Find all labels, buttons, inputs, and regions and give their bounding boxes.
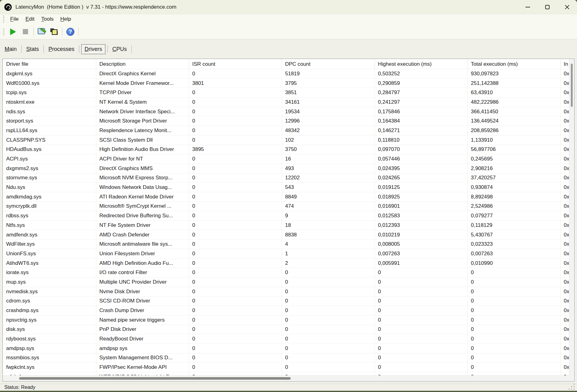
cell-dpc-count: 8838 [282,230,375,240]
table-row[interactable]: Ntfs.sysNT File System Driver0180,012393… [3,221,574,230]
table-row[interactable]: amdkmdag.sysATI Radeon Kernel Mode Drive… [3,192,574,202]
horizontal-scrollbar[interactable] [3,375,569,381]
tab-stats[interactable]: Stats [22,44,44,54]
column-header-total-execution-ms[interactable]: Total execution (ms) [468,59,561,69]
cell-isr-count: 3801 [189,79,282,88]
cell-driver-file: ACPI.sys [3,154,96,164]
table-row[interactable]: CLASSPNP.SYSSCSI Class System Dll01020,1… [3,136,574,145]
table-row[interactable]: mup.sysMultiple UNC Provider Driver00000… [3,277,574,287]
horizontal-scrollbar-thumb[interactable] [19,377,291,380]
cell-isr-count: 0 [189,306,282,315]
table-row[interactable]: storport.sysMicrosoft Storage Port Drive… [3,116,574,126]
cell-total-execution-ms: 930,097823 [468,69,561,78]
cell-dpc-count: 8849 [282,192,375,202]
tab-processes[interactable]: Processes [44,44,79,54]
cell-highest-execution-ms: 0 [375,277,468,287]
cell-description: amdpsp sys [96,344,189,353]
table-row[interactable]: nvmedisk.sysNvme Disk Driver00000x [3,287,574,297]
cell-dpc-count: 0 [282,268,375,277]
cell-isr-count: 0 [189,107,282,116]
table-row[interactable]: Ndu.sysWindows Network Data Usag...05430… [3,183,574,192]
cell-total-execution-ms: 0 [468,363,561,372]
tab-drivers[interactable]: Drivers [81,44,106,54]
table-row[interactable]: symcryptk.dllMicrosoft® SymCrypt Kernel … [3,202,574,211]
tab-main[interactable]: Main [0,44,21,54]
stop-monitoring-button[interactable] [19,26,31,38]
table-row[interactable]: ntoskrnl.exeNT Kernel & System0341610,24… [3,98,574,107]
table-row[interactable]: tcpip.sysTCP/IP Driver038510,28479763,43… [3,88,574,98]
cell-dpc-count: 493 [282,164,375,173]
cell-highest-execution-ms: 0,012583 [375,211,468,220]
cell-highest-execution-ms: 0,024395 [375,164,468,173]
cell-total-execution-ms: 0 [468,325,561,334]
table-row[interactable]: HDAudBus.sysHigh Definition Audio Bus Dr… [3,145,574,155]
tab-cpus[interactable]: CPUs [108,44,131,54]
table-row[interactable]: AtihdWT6.sysAMD High Definition Audio Fu… [3,259,574,268]
cell-isr-count: 0 [189,173,282,183]
start-monitoring-button[interactable] [7,26,19,38]
table-row[interactable]: Wdf01000.sysKernel Mode Driver Framewor.… [3,79,574,88]
table-row[interactable]: stornvme.sysMicrosoft NVM Express Storp.… [3,173,574,183]
table-row[interactable]: wfplwfs.sysWFP NDIS 6.30 Lightweight F..… [3,372,574,375]
cell-highest-execution-ms: 0,175846 [375,107,468,116]
table-row[interactable]: dxgmms2.sysDirectX Graphics MMS04930,024… [3,164,574,173]
cell-isr-count: 0 [189,297,282,306]
cell-total-execution-ms: 5,430767 [468,230,561,240]
cell-dpc-count: 18 [282,221,375,230]
cell-total-execution-ms: 0,245695 [468,154,561,164]
cell-isr-count: 0 [189,315,282,325]
column-header-dpc-count[interactable]: DPC count [282,59,375,69]
menu-help[interactable]: Help [57,16,74,22]
table-row[interactable]: disk.sysPnP Disk Driver00000x [3,325,574,335]
cell-highest-execution-ms: 0 [375,287,468,296]
table-row[interactable]: npsvctrig.sysNamed pipe service triggers… [3,315,574,325]
tab-separator [131,45,132,53]
table-row[interactable]: rdyboost.sysReadyBoost Driver00000x [3,334,574,344]
copy-report-button[interactable] [48,26,60,38]
table-row[interactable]: amdfendr.sysAMD Crash Defender088380,010… [3,230,574,240]
table-row[interactable]: rspLLL64.sysResplendence Latency Monit..… [3,126,574,136]
cell-description: Network Driver Interface Speci... [96,107,189,116]
table-row[interactable]: ndis.sysNetwork Driver Interface Speci..… [3,107,574,117]
toolbar-items: ? [7,26,81,38]
table-row[interactable]: dxgkrnl.sysDirectX Graphics Kernel051819… [3,69,574,79]
cell-total-execution-ms: 0 [468,353,561,363]
cell-highest-execution-ms: 0,005991 [375,259,468,268]
table-row[interactable]: fwpkclnt.sysFWP/IPsec Kernel-Mode API000… [3,363,574,372]
maximize-button[interactable] [538,0,557,14]
table-row[interactable]: rdbss.sysRedirected Drive Buffering Su..… [3,211,574,221]
table-row[interactable]: UnionFS.sysUnion Filesystem Driver010,00… [3,249,574,259]
cell-isr-count: 0 [189,202,282,211]
table-row[interactable]: amdpsp.sysamdpsp sys00000x [3,344,574,353]
menu-file[interactable]: File [7,16,22,22]
column-header-isr-count[interactable]: ISR count [189,59,282,69]
cell-isr-count: 0 [189,363,282,372]
cell-total-execution-ms: 251,142388 [468,79,561,88]
table-row[interactable]: ACPI.sysACPI Driver for NT0160,0574460,2… [3,154,574,164]
cell-total-execution-ms: 136,449524 [468,116,561,126]
table-row[interactable]: crashdmp.sysCrash Dump Driver00000x [3,306,574,315]
options-button[interactable] [35,26,48,38]
menu-tools[interactable]: Tools [38,16,57,22]
play-icon [10,28,16,35]
column-header-driver-file[interactable]: Driver file [3,59,96,69]
column-header-description[interactable]: Description [96,59,189,69]
cell-description: Microsoft® SymCrypt Kernel ... [96,202,189,211]
cell-dpc-count: 12996 [282,116,375,126]
vertical-scrollbar[interactable] [569,59,574,375]
stop-icon [23,29,28,34]
column-header-highest-execution-ms[interactable]: Highest execution (ms) [375,59,468,69]
cell-highest-execution-ms: 0,019125 [375,183,468,192]
close-button[interactable] [557,0,577,14]
cell-highest-execution-ms: 0,503252 [375,69,468,78]
table-row[interactable]: WdFilter.sysMicrosoft antimalware file s… [3,240,574,249]
vertical-scrollbar-thumb[interactable] [571,64,573,107]
table-row[interactable]: iorate.sysI/O rate control Filter00000x [3,268,574,277]
help-button[interactable]: ? [64,26,77,38]
menu-edit[interactable]: Edit [22,16,38,22]
minimize-button[interactable] [518,0,538,14]
resize-grip-icon[interactable] [574,384,575,385]
table-row[interactable]: cdrom.sysSCSI CD-ROM Driver00000x [3,297,574,306]
cell-highest-execution-ms: 0 [375,363,468,372]
table-row[interactable]: mssmbios.sysSystem Management BIOS D...0… [3,353,574,363]
